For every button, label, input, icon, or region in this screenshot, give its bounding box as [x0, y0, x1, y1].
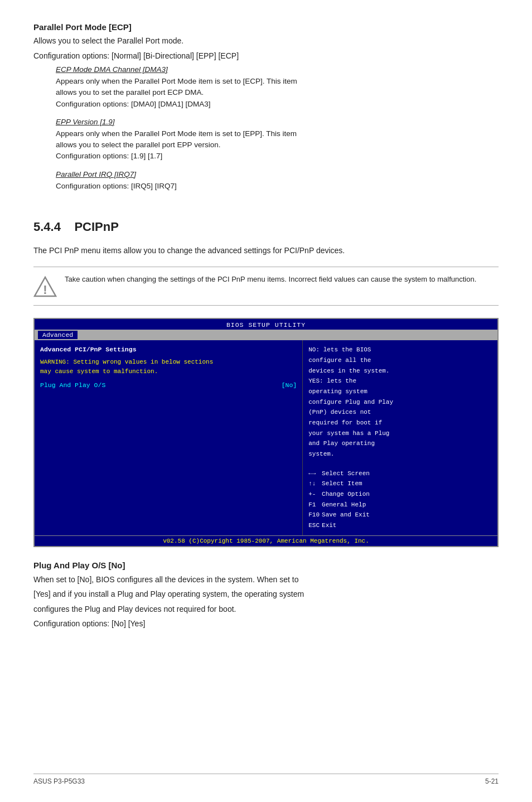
- epp-version-line1: Appears only when the Parallel Port Mode…: [56, 128, 499, 139]
- chapter-heading: 5.4.4 PCIPnP: [33, 220, 499, 234]
- warning-box: ! Take caution when changing the setting…: [33, 267, 499, 306]
- parallel-port-desc2: Configuration options: [Normal] [Bi-Dire…: [33, 50, 499, 62]
- key-row-select-screen: ←→ Select Screen: [308, 468, 372, 479]
- bios-content: Advanced PCI/PnP Settings WARNING: Setti…: [35, 340, 497, 535]
- key-esc-label: Exit: [322, 520, 372, 531]
- plug-play-line0: When set to [No], BIOS configures all th…: [33, 573, 499, 586]
- bios-warning-text1: WARNING: Setting wrong values in below s…: [40, 359, 213, 365]
- key-row-change-option: +- Change Option: [308, 489, 372, 500]
- page-footer: ASUS P3-P5G33 5-21: [33, 774, 499, 785]
- bios-title: BIOS SETUP UTILITY: [226, 321, 306, 328]
- pcipnp-section: 5.4.4 PCIPnP The PCI PnP menu items allo…: [33, 220, 499, 630]
- bios-footer: v02.58 (C)Copyright 1985-2007, American …: [35, 535, 497, 546]
- key-f10: F10: [308, 510, 322, 520]
- epp-version-subsection: EPP Version [1.9] Appears only when the …: [56, 118, 499, 162]
- chapter-intro: The PCI PnP menu items allow you to chan…: [33, 244, 499, 257]
- bios-keys: ←→ Select Screen ↑↓ Select Item +- Chang…: [308, 468, 492, 531]
- key-esc: ESC: [308, 520, 322, 531]
- plug-play-title: Plug And Play O/S [No]: [33, 561, 499, 570]
- bios-right-line-0: NO: lets the BIOS: [308, 346, 371, 353]
- key-ud-arrows: ↑↓: [308, 479, 322, 489]
- bios-plug-play-row: Plug And Play O/S [No]: [40, 380, 297, 390]
- chapter-title: PCIPnP: [74, 220, 118, 234]
- ecp-dma-line3: Configuration options: [DMA0] [DMA1] [DM…: [56, 99, 499, 110]
- bios-right-line-6: (PnP) devices not: [308, 409, 371, 416]
- key-row-select-item: ↑↓ Select Item: [308, 479, 372, 489]
- plug-play-section: Plug And Play O/S [No] When set to [No],…: [33, 561, 499, 630]
- bios-right-line-1: configure all the: [308, 357, 371, 364]
- ecp-dma-title: ECP Mode DMA Channel [DMA3]: [56, 65, 499, 74]
- bios-right-line-3: YES: lets the: [308, 378, 356, 384]
- epp-version-title: EPP Version [1.9]: [56, 118, 499, 126]
- bios-title-bar: BIOS SETUP UTILITY: [35, 319, 497, 330]
- key-f1-label: General Help: [322, 500, 372, 510]
- bios-right-line-10: system.: [308, 451, 334, 457]
- chapter-number: 5.4.4: [33, 220, 61, 234]
- bios-screen: BIOS SETUP UTILITY Advanced Advanced PCI…: [33, 318, 499, 547]
- footer-right: 5-21: [485, 777, 499, 785]
- parallel-port-desc1: Allows you to select the Parallel Port m…: [33, 35, 499, 47]
- bios-tab-advanced[interactable]: Advanced: [38, 331, 78, 339]
- epp-version-line3: Configuration options: [1.9] [1.7]: [56, 151, 499, 162]
- parallel-irq-subsection: Parallel Port IRQ [IRQ7] Configuration o…: [56, 170, 499, 192]
- key-select-screen-label: Select Screen: [322, 468, 372, 479]
- key-f10-label: Save and Exit: [322, 510, 372, 520]
- parallel-port-section: Parallel Port Mode [ECP] Allows you to s…: [33, 22, 499, 192]
- plug-play-line1: [Yes] and if you install a Plug and Play…: [33, 588, 499, 600]
- ecp-dma-subsection: ECP Mode DMA Channel [DMA3] Appears only…: [56, 65, 499, 110]
- bios-tabs: Advanced: [35, 330, 497, 340]
- plug-play-line3: Configuration options: [No] [Yes]: [33, 617, 499, 630]
- bios-plug-play-label: Plug And Play O/S: [40, 380, 105, 390]
- bios-left-panel: Advanced PCI/PnP Settings WARNING: Setti…: [35, 340, 303, 535]
- bios-right-line-4: operating system: [308, 388, 367, 395]
- bios-right-description: NO: lets the BIOS configure all the devi…: [308, 345, 492, 460]
- key-row-f1: F1 General Help: [308, 500, 372, 510]
- key-row-f10: F10 Save and Exit: [308, 510, 372, 520]
- bios-right-line-5: configure Plug and Play: [308, 399, 393, 405]
- bios-right-line-7: required for boot if: [308, 419, 382, 426]
- bios-section-heading: Advanced PCI/PnP Settings: [40, 345, 297, 355]
- key-change-option-label: Change Option: [322, 489, 372, 500]
- bios-right-line-9: and Play operating: [308, 440, 375, 447]
- parallel-irq-line1: Configuration options: [IRQ5] [IRQ7]: [56, 181, 499, 192]
- parallel-port-title: Parallel Port Mode [ECP]: [33, 22, 499, 32]
- parallel-irq-title: Parallel Port IRQ [IRQ7]: [56, 170, 499, 178]
- key-plusminus: +-: [308, 489, 322, 500]
- bios-plug-play-value: [No]: [282, 380, 297, 390]
- key-f1: F1: [308, 500, 322, 510]
- bios-right-line-2: devices in the system.: [308, 368, 389, 374]
- key-lr-arrows: ←→: [308, 468, 322, 479]
- svg-text:!: !: [43, 283, 47, 297]
- ecp-dma-line2: allows you to set the parallel port ECP …: [56, 87, 499, 98]
- key-row-esc: ESC Exit: [308, 520, 372, 531]
- bios-right-panel: NO: lets the BIOS configure all the devi…: [303, 340, 497, 535]
- bios-right-line-8: your system has a Plug: [308, 430, 389, 437]
- bios-warning-text2: may cause system to malfunction.: [40, 368, 158, 375]
- bios-warning-line1: WARNING: Setting wrong values in below s…: [40, 357, 297, 377]
- warning-text: Take caution when changing the settings …: [65, 274, 476, 286]
- footer-left: ASUS P3-P5G33: [33, 777, 85, 785]
- key-select-item-label: Select Item: [322, 479, 372, 489]
- plug-play-line2: configures the Plug and Play devices not…: [33, 603, 499, 615]
- warning-icon: !: [33, 275, 57, 298]
- epp-version-line2: allows you to select the parallel port E…: [56, 139, 499, 151]
- ecp-dma-line1: Appears only when the Parallel Port Mode…: [56, 76, 499, 87]
